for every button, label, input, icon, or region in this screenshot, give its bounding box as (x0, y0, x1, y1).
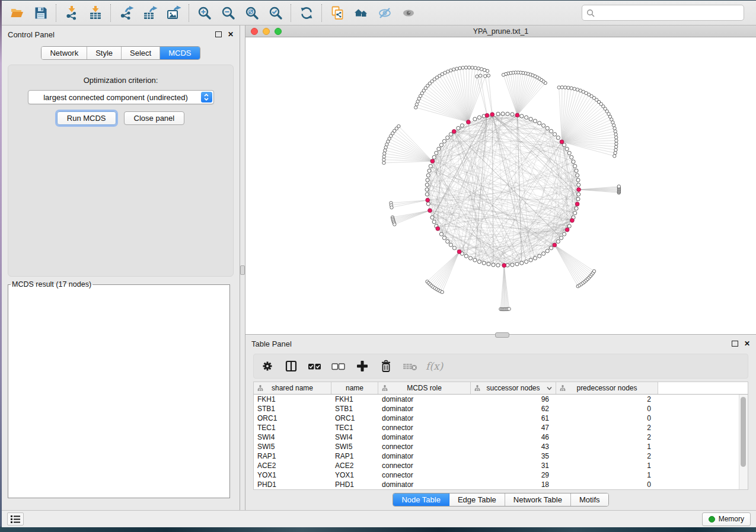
network-node[interactable] (477, 116, 481, 119)
hide-selected-button[interactable] (374, 3, 395, 23)
column-header-name[interactable]: name (331, 382, 378, 394)
column-header-successor-nodes[interactable]: successor nodes (471, 382, 556, 394)
network-node[interactable] (482, 261, 486, 265)
network-node[interactable] (476, 75, 479, 78)
network-node[interactable] (437, 147, 441, 150)
network-node[interactable] (415, 103, 418, 106)
network-node[interactable] (480, 68, 483, 70)
mcds-hub-node[interactable] (515, 113, 519, 117)
float-panel-icon[interactable] (215, 31, 222, 37)
gear-button[interactable] (260, 358, 275, 374)
network-node[interactable] (484, 75, 487, 78)
table-row[interactable]: FKH1FKH1dominator962 (254, 395, 739, 404)
table-scrollbar-thumb[interactable] (741, 397, 746, 467)
network-node[interactable] (446, 240, 449, 243)
mcds-hub-node[interactable] (426, 198, 430, 202)
network-node[interactable] (573, 87, 576, 90)
mcds-hub-node[interactable] (560, 140, 564, 144)
table-tab-motifs[interactable]: Motifs (571, 493, 608, 506)
search-input[interactable] (597, 7, 744, 20)
export-table-button[interactable] (139, 3, 161, 23)
network-node[interactable] (613, 127, 616, 130)
network-node[interactable] (468, 257, 472, 260)
network-node[interactable] (425, 188, 429, 191)
network-node[interactable] (430, 216, 434, 219)
table-row[interactable]: ACE2ACE2connector311 (254, 461, 739, 470)
network-node[interactable] (442, 236, 446, 240)
network-node[interactable] (432, 220, 436, 223)
close-panel-icon[interactable]: ✕ (744, 341, 750, 347)
network-node[interactable] (592, 270, 595, 273)
table-row[interactable]: RAP1RAP1dominator352 (254, 451, 739, 461)
run-mcds-button[interactable]: Run MCDS (57, 111, 116, 125)
zoom-fit-button[interactable] (241, 3, 263, 23)
network-node[interactable] (533, 119, 537, 123)
network-node[interactable] (617, 185, 620, 188)
network-node[interactable] (515, 262, 519, 266)
mcds-hub-node[interactable] (428, 209, 432, 213)
column-header-shared-name[interactable]: shared name (254, 382, 331, 394)
network-node[interactable] (564, 86, 567, 89)
network-node[interactable] (576, 174, 579, 177)
network-node[interactable] (384, 149, 387, 152)
network-node[interactable] (383, 152, 386, 155)
splitter-grip[interactable] (240, 265, 245, 275)
table-row[interactable]: TEC1TEC1connector472 (254, 423, 739, 432)
mcds-hub-node[interactable] (575, 202, 579, 206)
network-node[interactable] (506, 112, 509, 116)
network-node[interactable] (570, 155, 573, 159)
network-node[interactable] (560, 86, 563, 89)
network-node[interactable] (441, 290, 444, 293)
network-node[interactable] (473, 258, 477, 262)
network-node[interactable] (468, 66, 471, 69)
task-history-button[interactable] (7, 512, 24, 525)
table-row[interactable]: PHD1PHD1dominator180 (254, 480, 739, 489)
network-node[interactable] (556, 136, 560, 139)
network-node[interactable] (525, 116, 528, 119)
table-tab-network-table[interactable]: Network Table (505, 493, 571, 506)
network-node[interactable] (575, 207, 578, 210)
refresh-button[interactable] (296, 3, 317, 23)
memory-button[interactable]: Memory (702, 512, 751, 526)
network-node[interactable] (390, 206, 393, 209)
network-node[interactable] (570, 86, 573, 89)
network-node[interactable] (614, 133, 617, 136)
network-node[interactable] (520, 114, 524, 118)
select-all-button[interactable] (307, 358, 323, 374)
network-node[interactable] (614, 148, 617, 151)
network-node[interactable] (384, 146, 387, 149)
column-header-predecessor-nodes[interactable]: predecessor nodes (556, 382, 658, 394)
close-panel-icon[interactable]: ✕ (228, 31, 234, 37)
network-node[interactable] (542, 252, 546, 255)
network-node[interactable] (382, 155, 385, 158)
network-node[interactable] (573, 211, 577, 215)
network-node[interactable] (525, 260, 528, 264)
network-node[interactable] (435, 151, 438, 155)
criterion-select[interactable]: largest connected component (undirected) (28, 90, 214, 104)
mcds-hub-node[interactable] (457, 250, 461, 254)
mcds-hub-node[interactable] (577, 188, 581, 192)
network-node[interactable] (508, 307, 511, 310)
export-network-button[interactable] (116, 3, 137, 23)
network-node[interactable] (487, 262, 490, 266)
network-node[interactable] (452, 246, 456, 250)
network-node[interactable] (546, 126, 549, 130)
network-node[interactable] (496, 112, 500, 116)
mcds-hub-node[interactable] (553, 243, 557, 247)
tab-select[interactable]: Select (122, 47, 160, 59)
vertical-splitter[interactable] (240, 25, 245, 510)
network-node[interactable] (615, 139, 618, 142)
network-node[interactable] (414, 106, 417, 109)
clone-network-button[interactable] (327, 3, 348, 23)
network-node[interactable] (464, 254, 468, 258)
network-node[interactable] (567, 225, 571, 228)
network-node[interactable] (560, 236, 563, 240)
network-node[interactable] (511, 263, 514, 267)
network-node[interactable] (455, 67, 458, 70)
network-node[interactable] (501, 112, 505, 116)
table-row[interactable]: STB1STB1dominator620 (254, 404, 739, 414)
table-scrollbar[interactable] (739, 395, 748, 489)
network-node[interactable] (461, 66, 464, 69)
network-node[interactable] (546, 249, 549, 253)
network-node[interactable] (429, 164, 432, 168)
